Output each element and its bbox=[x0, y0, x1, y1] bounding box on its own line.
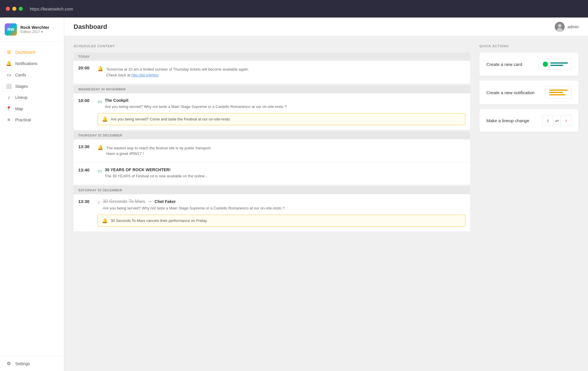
chevron-down-icon: ▾ bbox=[41, 30, 43, 34]
event-content: 🔔 The easiest way to reach the festival … bbox=[98, 144, 465, 158]
create-notification-label: Create a new notification bbox=[486, 90, 535, 95]
bell-icon: 🔔 bbox=[102, 218, 108, 223]
brand-area[interactable]: RW Rock Werchter Edition 2017 ▾ bbox=[0, 18, 64, 42]
event-content: ▭ 30 YEARS OF ROCK WERCHTER! The 30 YEAR… bbox=[98, 167, 465, 180]
notification-text: 30 Seconds To Mars cancels their perform… bbox=[111, 218, 208, 223]
music-icon: ♪ bbox=[6, 95, 12, 100]
event-header: ♪ 30 Seconds To Mars → Chet Faker Are yo… bbox=[98, 199, 465, 211]
card-preview bbox=[539, 58, 572, 70]
notification-box: 🔔 Are you being served? Come and taste t… bbox=[98, 113, 465, 125]
traffic-lights bbox=[6, 7, 23, 11]
minimize-button[interactable] bbox=[12, 7, 16, 11]
day-header-thu: THURSDAY 01 DECEMBER bbox=[74, 131, 470, 139]
create-notification-button[interactable]: Create a new notification bbox=[479, 80, 579, 104]
avatar bbox=[555, 22, 565, 32]
main-body: SCHEDULED CONTENT TODAY 20:00 🔔 Tomorrow… bbox=[64, 36, 588, 371]
bell-icon: 🔔 bbox=[98, 145, 103, 150]
lineup-preview: ♪ ⇌ ♪ bbox=[542, 115, 572, 126]
event-artist-new: Chet Faker bbox=[155, 199, 176, 204]
day-header-wed: WEDNESDAY 30 NOVEMBER bbox=[74, 85, 470, 93]
event-artist-old: 30 Seconds To Mars bbox=[103, 199, 145, 204]
settings-icon: ⚙ bbox=[6, 361, 12, 366]
app-container: RW Rock Werchter Edition 2017 ▾ ⊞ Dashbo… bbox=[0, 18, 588, 371]
sidebar-bottom: ⚙ Settings bbox=[0, 356, 64, 371]
titlebar: https://beatswitch.com bbox=[0, 0, 588, 18]
sidebar-item-label: Lineup bbox=[15, 95, 27, 100]
sidebar-item-practical[interactable]: ≡ Practical bbox=[0, 114, 64, 125]
list-icon: ≡ bbox=[6, 117, 12, 123]
event-header: ▭ The Cookpit Are you being served? Why … bbox=[98, 98, 465, 110]
event-time: 13:30 bbox=[78, 199, 93, 227]
event-time: 10:00 bbox=[78, 98, 93, 125]
sidebar-item-label: Stages bbox=[15, 84, 28, 89]
admin-area: admin bbox=[555, 22, 579, 32]
sidebar-item-dashboard[interactable]: ⊞ Dashboard bbox=[0, 46, 64, 58]
day-group-today: TODAY 20:00 🔔 Tomorrow at 10 am a limite… bbox=[74, 52, 470, 84]
sidebar-nav: ⊞ Dashboard 🔔 Notifications ▭ Cards ⬜ St… bbox=[0, 42, 64, 356]
lineup-change-label: Make a lineup change bbox=[486, 118, 529, 123]
table-row: 13:30 🔔 The easiest way to reach the fes… bbox=[74, 139, 470, 163]
event-header: 🔔 Tomorrow at 10 am a limited number of … bbox=[98, 65, 465, 78]
event-description: Tomorrow at 10 am a limited number of Th… bbox=[106, 66, 249, 78]
sidebar-item-settings[interactable]: ⚙ Settings bbox=[6, 361, 58, 366]
table-row: 13:40 ▭ 30 YEARS OF ROCK WERCHTER! The 3… bbox=[74, 163, 470, 185]
lineup-change-button[interactable]: Make a lineup change ♪ ⇌ ♪ bbox=[479, 109, 579, 132]
notification-text: Are you being served? Come and taste the… bbox=[111, 117, 231, 121]
svg-point-1 bbox=[558, 24, 561, 27]
event-title: The Cookpit bbox=[105, 98, 287, 103]
dashboard-icon: ⊞ bbox=[6, 49, 12, 55]
create-card-button[interactable]: Create a new card bbox=[479, 52, 579, 76]
sidebar-item-label: Practical bbox=[15, 118, 31, 122]
sidebar-item-label: Cards bbox=[15, 73, 26, 77]
day-header-today: TODAY bbox=[74, 52, 470, 61]
day-header-sat: SATURDAY 03 DECEMBER bbox=[74, 186, 470, 194]
preview-line bbox=[550, 62, 568, 64]
admin-label: admin bbox=[568, 24, 579, 29]
day-group-sat: SATURDAY 03 DECEMBER 13:30 ♪ 30 Seconds … bbox=[74, 186, 470, 232]
day-group-thu: THURSDAY 01 DECEMBER 13:30 🔔 The easiest… bbox=[74, 131, 470, 185]
arrow-icon: → bbox=[148, 199, 152, 204]
sidebar-item-lineup[interactable]: ♪ Lineup bbox=[0, 92, 64, 103]
sidebar-item-map[interactable]: 📍 Map bbox=[0, 103, 64, 114]
green-dot bbox=[543, 62, 548, 67]
bell-icon: 🔔 bbox=[6, 61, 12, 66]
sidebar-item-cards[interactable]: ▭ Cards bbox=[0, 69, 64, 80]
main-header: Dashboard admin bbox=[64, 18, 588, 36]
day-group-wed: WEDNESDAY 30 NOVEMBER 10:00 ▭ The Cookpi… bbox=[74, 85, 470, 130]
table-row: 13:30 ♪ 30 Seconds To Mars → Chet Faker bbox=[74, 194, 470, 232]
map-icon: 📍 bbox=[6, 106, 12, 111]
maximize-button[interactable] bbox=[19, 7, 23, 11]
sidebar-item-stages[interactable]: ⬜ Stages bbox=[0, 80, 64, 92]
notification-box: 🔔 30 Seconds To Mars cancels their perfo… bbox=[98, 215, 465, 227]
music-dark-box: ♪ bbox=[542, 115, 553, 126]
table-row: 20:00 🔔 Tomorrow at 10 am a limited numb… bbox=[74, 61, 470, 84]
bell-icon: 🔔 bbox=[102, 116, 108, 122]
table-row: 10:00 ▭ The Cookpit Are you being served… bbox=[74, 93, 470, 130]
quick-actions: QUICK ACTIONS Create a new card Create a… bbox=[479, 44, 579, 363]
brand-info: Rock Werchter Edition 2017 ▾ bbox=[20, 25, 49, 34]
sidebar-item-notifications[interactable]: 🔔 Notifications bbox=[0, 58, 64, 69]
sidebar: RW Rock Werchter Edition 2017 ▾ ⊞ Dashbo… bbox=[0, 18, 64, 371]
event-description: Are you being served? Why not taste a Ma… bbox=[103, 205, 285, 211]
brand-edition: Edition 2017 ▾ bbox=[20, 30, 49, 34]
sidebar-item-label: Map bbox=[15, 106, 23, 111]
music-red-box: ♪ bbox=[561, 115, 572, 126]
page-title: Dashboard bbox=[74, 23, 107, 31]
music-icon: ♪ bbox=[98, 200, 100, 205]
card-icon: ▭ bbox=[6, 72, 12, 78]
preview-line bbox=[549, 92, 563, 93]
notification-preview bbox=[545, 86, 572, 99]
event-link[interactable]: http://bit.ly/khfss bbox=[131, 73, 159, 77]
event-header: ▭ 30 YEARS OF ROCK WERCHTER! The 30 YEAR… bbox=[98, 167, 465, 179]
event-content: ♪ 30 Seconds To Mars → Chet Faker Are yo… bbox=[98, 199, 465, 227]
close-button[interactable] bbox=[6, 7, 10, 11]
sidebar-item-label: Dashboard bbox=[15, 50, 35, 55]
swap-icon: ⇌ bbox=[555, 118, 559, 123]
bell-icon: 🔔 bbox=[98, 66, 103, 71]
lines-preview bbox=[550, 62, 568, 66]
url-bar[interactable]: https://beatswitch.com bbox=[30, 6, 73, 11]
card-icon: ▭ bbox=[98, 168, 102, 174]
preview-line bbox=[549, 94, 566, 95]
stages-icon: ⬜ bbox=[6, 83, 12, 89]
event-content: 🔔 Tomorrow at 10 am a limited number of … bbox=[98, 65, 465, 79]
